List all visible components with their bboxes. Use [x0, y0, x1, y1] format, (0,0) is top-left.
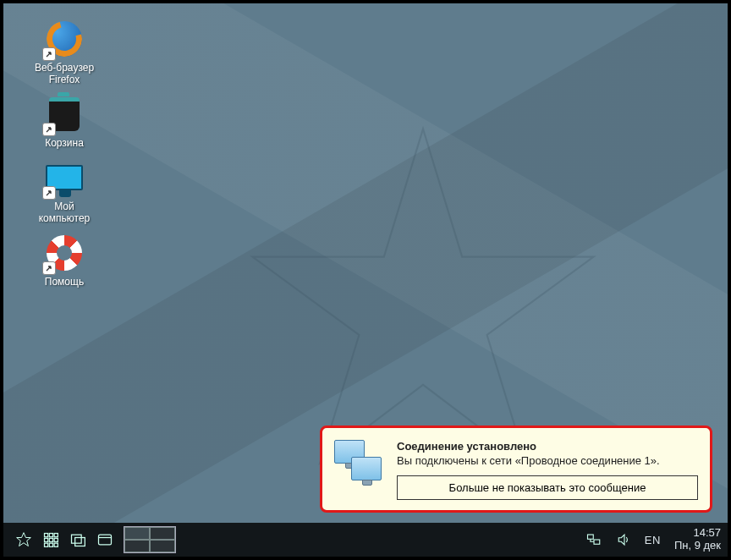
shortcut-arrow-icon	[42, 123, 56, 136]
desktop-icon-label: Помощь	[45, 276, 84, 288]
workspace-2[interactable]	[150, 527, 175, 540]
dont-show-again-button[interactable]: Больше не показывать это сообщение	[397, 475, 698, 500]
clock-date: Пн, 9 дек	[674, 540, 721, 552]
svg-rect-9	[49, 543, 52, 546]
svg-rect-3	[49, 534, 52, 537]
desktop-icon-label: Мой компьютер	[39, 200, 91, 224]
network-tray-icon[interactable]	[584, 530, 604, 550]
notification-message: Вы подключены к сети «Проводное соединен…	[397, 454, 698, 467]
windows-list-button[interactable]	[64, 526, 91, 553]
svg-rect-6	[49, 538, 52, 541]
svg-rect-15	[587, 535, 593, 539]
svg-rect-11	[72, 535, 82, 543]
shortcut-arrow-icon	[42, 261, 56, 275]
network-icon	[334, 440, 385, 486]
svg-rect-13	[99, 535, 112, 545]
volume-tray-icon[interactable]	[614, 530, 635, 550]
svg-rect-16	[594, 540, 600, 544]
svg-rect-2	[45, 534, 48, 537]
svg-rect-10	[54, 543, 58, 546]
svg-rect-12	[75, 538, 85, 546]
clock-time: 14:57	[674, 527, 721, 540]
start-button[interactable]	[10, 526, 37, 553]
desktop-icons: Веб-браузер Firefox Корзина Мой компьюте…	[27, 19, 102, 288]
notification-title: Соединение установлено	[397, 440, 698, 453]
workspace-3[interactable]	[124, 540, 150, 552]
desktop[interactable]: Веб-браузер Firefox Корзина Мой компьюте…	[3, 3, 728, 557]
svg-marker-1	[17, 533, 31, 546]
file-manager-button[interactable]	[91, 526, 118, 553]
apps-grid-button[interactable]	[37, 526, 64, 553]
desktop-icon-help[interactable]: Помощь	[27, 233, 102, 288]
wallpaper-star	[186, 122, 660, 477]
svg-rect-4	[54, 534, 58, 537]
desktop-icon-computer[interactable]: Мой компьютер	[27, 157, 102, 224]
desktop-icon-label: Корзина	[45, 137, 84, 149]
desktop-icon-label: Веб-браузер Firefox	[35, 62, 94, 85]
notification-popup: Соединение установлено Вы подключены к с…	[320, 425, 712, 513]
svg-rect-8	[45, 543, 48, 546]
shortcut-arrow-icon	[42, 186, 56, 200]
workspace-4[interactable]	[150, 540, 175, 552]
desktop-icon-trash[interactable]: Корзина	[27, 94, 102, 149]
system-tray: EN 14:57 Пн, 9 дек	[584, 527, 721, 552]
taskbar: EN 14:57 Пн, 9 дек	[3, 523, 728, 557]
shortcut-arrow-icon	[42, 47, 56, 61]
workspace-pager[interactable]	[124, 526, 176, 553]
workspace-1[interactable]	[124, 527, 150, 540]
desktop-icon-firefox[interactable]: Веб-браузер Firefox	[27, 19, 102, 85]
keyboard-layout-indicator[interactable]: EN	[645, 534, 661, 546]
svg-rect-5	[45, 538, 48, 541]
clock[interactable]: 14:57 Пн, 9 дек	[674, 527, 721, 552]
svg-marker-0	[252, 129, 593, 463]
svg-marker-17	[618, 535, 624, 545]
svg-rect-7	[54, 538, 58, 541]
